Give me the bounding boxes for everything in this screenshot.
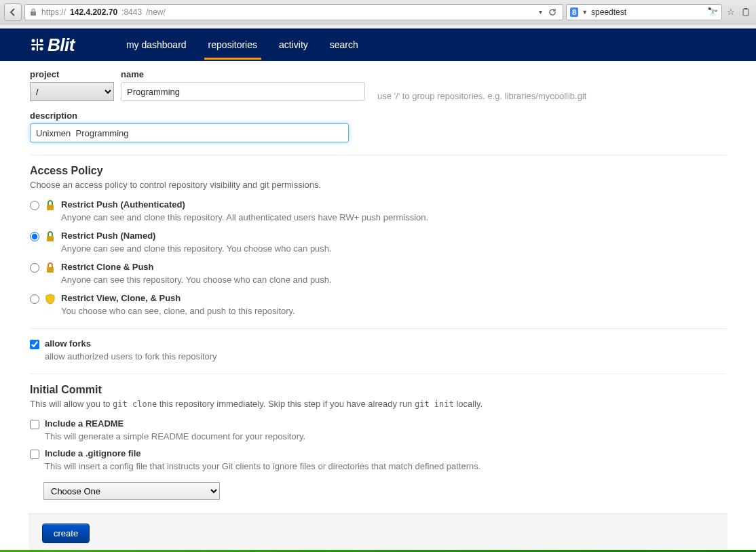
lock-orange-icon xyxy=(45,262,56,273)
policy-desc-2: Anyone can see this repository. You choo… xyxy=(61,275,332,285)
readme-title: Include a README xyxy=(45,418,305,429)
svg-rect-0 xyxy=(31,12,36,16)
svg-point-3 xyxy=(32,39,35,43)
access-policy-subtitle: Choose an access policy to control repos… xyxy=(30,180,726,190)
lock-icon xyxy=(29,8,37,16)
page-content: project / name use '/' to group reposito… xyxy=(0,61,756,552)
policy-restrict-push-named[interactable]: Restrict Push (Named) Anyone can see and… xyxy=(30,231,726,254)
search-engine-badge: 8 xyxy=(570,7,578,17)
svg-rect-11 xyxy=(47,267,54,273)
policy-radio-0[interactable] xyxy=(30,201,39,210)
nav-items: my dashboard repositories activity searc… xyxy=(115,30,369,60)
policy-title-3: Restrict View, Clone, & Push xyxy=(61,293,295,303)
svg-rect-8 xyxy=(31,44,43,45)
lock-green-icon xyxy=(45,231,56,242)
access-policy-title: Access Policy xyxy=(30,165,726,177)
logo-text: Blit xyxy=(48,35,75,56)
url-port: :8443 xyxy=(121,7,142,17)
name-label: name xyxy=(121,69,365,79)
search-query: speedtest xyxy=(591,7,626,17)
svg-point-5 xyxy=(32,47,35,51)
svg-rect-10 xyxy=(47,236,54,241)
svg-point-6 xyxy=(40,47,43,51)
reload-button[interactable] xyxy=(546,6,559,18)
arrow-left-icon xyxy=(8,7,18,17)
clipboard-icon[interactable] xyxy=(740,6,752,18)
policy-radio-1[interactable] xyxy=(30,232,39,241)
allow-forks-desc: allow authorized users to fork this repo… xyxy=(45,351,217,361)
include-readme-option[interactable]: Include a README This will generate a si… xyxy=(30,418,726,441)
policy-desc-3: You choose who can see, clone, and push … xyxy=(61,306,295,316)
name-hint: use '/' to group repositories. e.g. libr… xyxy=(377,91,586,101)
policy-desc-1: Anyone can see and clone this repository… xyxy=(61,243,332,254)
description-label: description xyxy=(30,111,726,121)
gitignore-desc: This will insert a config file that inst… xyxy=(45,461,480,471)
nav-activity[interactable]: activity xyxy=(268,30,319,60)
form-footer: create xyxy=(29,513,727,552)
logo-icon xyxy=(30,37,45,52)
policy-title-0: Restrict Push (Authenticated) xyxy=(61,199,428,210)
project-label: project xyxy=(30,69,114,79)
include-readme-checkbox[interactable] xyxy=(30,420,39,429)
readme-desc: This will generate a simple README docum… xyxy=(45,431,305,441)
browser-search-box[interactable]: 8 ▼ speedtest 🔭 xyxy=(566,4,722,20)
nav-repositories[interactable]: repositories xyxy=(197,30,268,60)
create-button[interactable]: create xyxy=(42,524,90,543)
gitignore-title: Include a .gitignore file xyxy=(45,448,480,458)
svg-rect-1 xyxy=(743,9,749,16)
policy-restrict-push-auth[interactable]: Restrict Push (Authenticated) Anyone can… xyxy=(30,199,726,222)
policy-desc-0: Anyone can see and clone this repository… xyxy=(61,212,428,222)
svg-rect-2 xyxy=(744,8,747,9)
lock-green-icon xyxy=(45,200,56,211)
description-input[interactable] xyxy=(30,123,349,142)
allow-forks-title: allow forks xyxy=(45,338,217,349)
gitignore-select[interactable]: Choose One xyxy=(43,482,220,500)
allow-forks-option[interactable]: allow forks allow authorized users to fo… xyxy=(30,338,726,361)
include-gitignore-checkbox[interactable] xyxy=(30,450,39,459)
nav-search[interactable]: search xyxy=(319,30,369,60)
bookmark-star-icon[interactable]: ☆ xyxy=(725,6,737,18)
url-scheme: https:// xyxy=(41,7,66,17)
allow-forks-checkbox[interactable] xyxy=(30,340,39,349)
initial-commit-title: Initial Commit xyxy=(30,384,726,396)
project-select[interactable]: / xyxy=(30,82,114,101)
nav-my-dashboard[interactable]: my dashboard xyxy=(115,30,197,60)
back-button[interactable] xyxy=(4,3,22,21)
policy-radio-2[interactable] xyxy=(30,263,39,273)
policy-restrict-clone-push[interactable]: Restrict Clone & Push Anyone can see thi… xyxy=(30,262,726,285)
include-gitignore-option[interactable]: Include a .gitignore file This will inse… xyxy=(30,448,726,471)
browser-toolbar: https://142.4.202.70:8443/new/ ▾ 8 ▼ spe… xyxy=(0,0,756,24)
url-host: 142.4.202.70 xyxy=(70,7,117,17)
policy-title-2: Restrict Clone & Push xyxy=(61,262,332,272)
reload-icon xyxy=(548,7,557,17)
main-navbar: Blit my dashboard repositories activity … xyxy=(0,28,756,61)
policy-restrict-view-clone-push[interactable]: Restrict View, Clone, & Push You choose … xyxy=(30,293,726,316)
shield-icon xyxy=(45,294,56,304)
logo[interactable]: Blit xyxy=(30,35,75,56)
initial-commit-subtitle: This will allow you to git clone this re… xyxy=(30,399,726,409)
url-dropdown-icon[interactable]: ▾ xyxy=(539,8,542,16)
binoculars-icon[interactable]: 🔭 xyxy=(707,7,718,17)
url-path: /new/ xyxy=(146,7,166,17)
search-dropdown-icon[interactable]: ▼ xyxy=(582,9,588,16)
policy-title-1: Restrict Push (Named) xyxy=(61,231,332,241)
name-input[interactable] xyxy=(121,82,365,101)
url-bar[interactable]: https://142.4.202.70:8443/new/ ▾ xyxy=(24,4,563,20)
svg-point-4 xyxy=(40,39,43,43)
svg-rect-9 xyxy=(47,205,54,210)
policy-radio-3[interactable] xyxy=(30,294,39,304)
